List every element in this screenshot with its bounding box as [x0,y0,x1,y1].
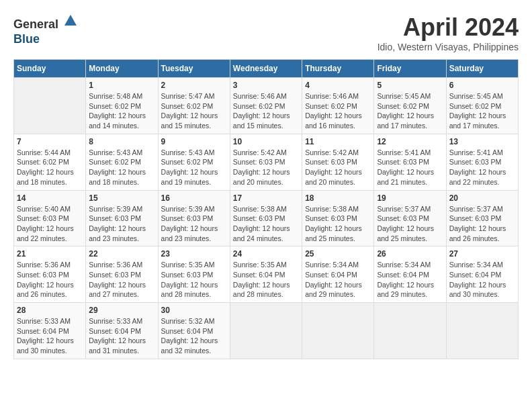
weekday-header: Wednesday [230,60,302,78]
day-number: 13 [449,137,515,146]
day-info: Sunrise: 5:42 AM Sunset: 6:03 PM Dayligh… [305,148,371,187]
day-number: 14 [17,193,83,203]
calendar-cell: 18Sunrise: 5:38 AM Sunset: 6:03 PM Dayli… [302,190,374,246]
day-number: 27 [449,249,515,259]
calendar-cell: 5Sunrise: 5:45 AM Sunset: 6:02 PM Daylig… [374,78,446,134]
day-number: 15 [89,193,154,203]
calendar-cell: 16Sunrise: 5:39 AM Sunset: 6:03 PM Dayli… [158,190,230,246]
month-title: April 2024 [378,13,519,42]
calendar-cell: 2Sunrise: 5:47 AM Sunset: 6:02 PM Daylig… [158,78,230,134]
calendar-week-row: 1Sunrise: 5:48 AM Sunset: 6:02 PM Daylig… [14,78,519,134]
day-number: 26 [377,249,443,259]
calendar-cell: 30Sunrise: 5:32 AM Sunset: 6:04 PM Dayli… [158,303,230,359]
day-info: Sunrise: 5:36 AM Sunset: 6:03 PM Dayligh… [17,260,83,300]
day-info: Sunrise: 5:43 AM Sunset: 6:02 PM Dayligh… [89,148,154,187]
day-number: 12 [377,137,443,146]
calendar-cell: 21Sunrise: 5:36 AM Sunset: 6:03 PM Dayli… [14,246,86,303]
day-info: Sunrise: 5:48 AM Sunset: 6:02 PM Dayligh… [89,91,154,131]
day-info: Sunrise: 5:41 AM Sunset: 6:03 PM Dayligh… [377,148,443,187]
day-info: Sunrise: 5:34 AM Sunset: 6:04 PM Dayligh… [449,260,515,300]
day-info: Sunrise: 5:35 AM Sunset: 6:04 PM Dayligh… [233,260,299,300]
calendar-cell: 8Sunrise: 5:43 AM Sunset: 6:02 PM Daylig… [86,134,158,190]
calendar-cell: 3Sunrise: 5:46 AM Sunset: 6:02 PM Daylig… [230,78,302,134]
day-number: 8 [89,137,154,146]
day-number: 28 [17,306,83,315]
calendar-cell: 19Sunrise: 5:37 AM Sunset: 6:03 PM Dayli… [374,190,446,246]
day-number: 30 [161,306,227,315]
day-number: 7 [17,137,83,146]
calendar-cell: 20Sunrise: 5:37 AM Sunset: 6:03 PM Dayli… [446,190,518,246]
day-info: Sunrise: 5:39 AM Sunset: 6:03 PM Dayligh… [89,204,154,244]
day-number: 6 [449,81,515,90]
day-number: 16 [161,193,227,203]
calendar-week-row: 21Sunrise: 5:36 AM Sunset: 6:03 PM Dayli… [14,246,519,303]
logo-blue-text: Blue [13,32,40,46]
day-info: Sunrise: 5:40 AM Sunset: 6:03 PM Dayligh… [17,204,83,244]
weekday-header: Monday [86,60,158,78]
day-info: Sunrise: 5:38 AM Sunset: 6:03 PM Dayligh… [233,204,299,244]
day-info: Sunrise: 5:45 AM Sunset: 6:02 PM Dayligh… [377,91,443,131]
calendar-cell: 11Sunrise: 5:42 AM Sunset: 6:03 PM Dayli… [302,134,374,190]
day-number: 24 [233,249,299,259]
calendar-cell: 25Sunrise: 5:34 AM Sunset: 6:04 PM Dayli… [302,246,374,303]
day-number: 20 [449,193,515,203]
day-number: 18 [305,193,371,203]
day-number: 11 [305,137,371,146]
calendar-cell: 29Sunrise: 5:33 AM Sunset: 6:04 PM Dayli… [86,303,158,359]
day-info: Sunrise: 5:35 AM Sunset: 6:03 PM Dayligh… [161,260,227,300]
day-info: Sunrise: 5:33 AM Sunset: 6:04 PM Dayligh… [89,316,154,356]
calendar-cell: 10Sunrise: 5:42 AM Sunset: 6:03 PM Dayli… [230,134,302,190]
day-number: 23 [161,249,227,259]
day-info: Sunrise: 5:39 AM Sunset: 6:03 PM Dayligh… [161,204,227,244]
calendar-week-row: 28Sunrise: 5:33 AM Sunset: 6:04 PM Dayli… [14,303,519,359]
title-block: April 2024 Idio, Western Visayas, Philip… [378,13,519,52]
calendar-cell: 6Sunrise: 5:45 AM Sunset: 6:02 PM Daylig… [446,78,518,134]
day-info: Sunrise: 5:42 AM Sunset: 6:03 PM Dayligh… [233,148,299,187]
weekday-header: Sunday [14,60,86,78]
calendar-week-row: 7Sunrise: 5:44 AM Sunset: 6:02 PM Daylig… [14,134,519,190]
day-info: Sunrise: 5:34 AM Sunset: 6:04 PM Dayligh… [305,260,371,300]
calendar-cell: 15Sunrise: 5:39 AM Sunset: 6:03 PM Dayli… [86,190,158,246]
day-number: 25 [305,249,371,259]
day-number: 4 [305,81,371,90]
day-info: Sunrise: 5:45 AM Sunset: 6:02 PM Dayligh… [449,91,515,131]
calendar-cell: 1Sunrise: 5:48 AM Sunset: 6:02 PM Daylig… [86,78,158,134]
calendar-cell: 28Sunrise: 5:33 AM Sunset: 6:04 PM Dayli… [14,303,86,359]
day-number: 5 [377,81,443,90]
day-number: 10 [233,137,299,146]
page-header: General Blue April 2024 Idio, Western Vi… [13,13,519,52]
day-number: 17 [233,193,299,203]
day-info: Sunrise: 5:37 AM Sunset: 6:03 PM Dayligh… [449,204,515,244]
svg-marker-0 [64,15,77,26]
location: Idio, Western Visayas, Philippines [378,42,519,52]
day-info: Sunrise: 5:37 AM Sunset: 6:03 PM Dayligh… [377,204,443,244]
day-number: 19 [377,193,443,203]
calendar-cell [230,303,302,359]
calendar-cell [14,78,86,134]
day-number: 1 [89,81,154,90]
day-number: 3 [233,81,299,90]
day-info: Sunrise: 5:34 AM Sunset: 6:04 PM Dayligh… [377,260,443,300]
calendar-cell: 13Sunrise: 5:41 AM Sunset: 6:03 PM Dayli… [446,134,518,190]
day-info: Sunrise: 5:32 AM Sunset: 6:04 PM Dayligh… [161,316,227,356]
calendar-cell [374,303,446,359]
day-info: Sunrise: 5:43 AM Sunset: 6:02 PM Dayligh… [161,148,227,187]
calendar-cell: 22Sunrise: 5:36 AM Sunset: 6:03 PM Dayli… [86,246,158,303]
calendar-cell: 7Sunrise: 5:44 AM Sunset: 6:02 PM Daylig… [14,134,86,190]
day-info: Sunrise: 5:36 AM Sunset: 6:03 PM Dayligh… [89,260,154,300]
calendar-cell: 17Sunrise: 5:38 AM Sunset: 6:03 PM Dayli… [230,190,302,246]
day-number: 9 [161,137,227,146]
calendar-week-row: 14Sunrise: 5:40 AM Sunset: 6:03 PM Dayli… [14,190,519,246]
calendar-cell: 14Sunrise: 5:40 AM Sunset: 6:03 PM Dayli… [14,190,86,246]
weekday-header-row: SundayMondayTuesdayWednesdayThursdayFrid… [14,60,519,78]
day-number: 29 [89,306,154,315]
logo-icon [63,13,78,28]
day-info: Sunrise: 5:38 AM Sunset: 6:03 PM Dayligh… [305,204,371,244]
day-info: Sunrise: 5:46 AM Sunset: 6:02 PM Dayligh… [233,91,299,131]
logo: General Blue [13,13,78,46]
calendar-cell [302,303,374,359]
weekday-header: Thursday [302,60,374,78]
day-info: Sunrise: 5:46 AM Sunset: 6:02 PM Dayligh… [305,91,371,131]
calendar-cell: 26Sunrise: 5:34 AM Sunset: 6:04 PM Dayli… [374,246,446,303]
day-info: Sunrise: 5:47 AM Sunset: 6:02 PM Dayligh… [161,91,227,131]
